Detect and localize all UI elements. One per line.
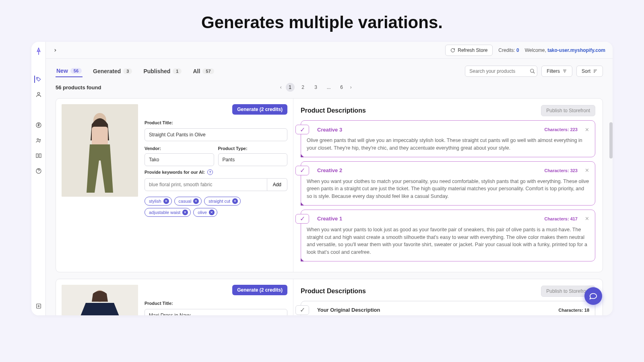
- page-1[interactable]: 1: [286, 83, 295, 92]
- close-icon[interactable]: ✕: [585, 216, 589, 222]
- char-count: Characters: 223: [544, 127, 578, 132]
- creative-title: Creative 2: [317, 167, 342, 173]
- chat-icon[interactable]: [584, 287, 602, 305]
- product-title-label: Product Title:: [144, 301, 287, 306]
- vendor-input[interactable]: [144, 153, 214, 166]
- close-icon[interactable]: ✕: [585, 127, 589, 133]
- search-icon[interactable]: [530, 68, 535, 74]
- creative-card[interactable]: ✓Creative 1Characters: 417✕When you want…: [301, 210, 595, 261]
- sidebar: [31, 42, 46, 315]
- nav-dollar-icon[interactable]: [35, 121, 42, 129]
- welcome-text: Welcome, tako-user.myshopify.com: [525, 47, 605, 53]
- creative-body: When you want your clothes to match your…: [307, 178, 589, 200]
- product-image: [62, 104, 138, 197]
- generate-button[interactable]: Generate (2 credits): [232, 104, 287, 115]
- product-descriptions-title: Product Descriptions: [301, 107, 366, 114]
- product-descriptions-title: Product Descriptions: [301, 288, 366, 295]
- tag-casual: casual✕: [174, 197, 202, 206]
- search-input-container[interactable]: [465, 66, 537, 77]
- tab-all[interactable]: All57: [192, 65, 215, 77]
- remove-tag-icon[interactable]: ✕: [209, 210, 215, 215]
- product-card: Generate (2 credits) Product Title: Vend…: [56, 98, 603, 272]
- svg-point-1: [37, 93, 39, 95]
- sort-button[interactable]: Sort: [576, 66, 603, 77]
- page-2[interactable]: 2: [299, 83, 308, 92]
- svg-point-4: [39, 139, 41, 140]
- nav-book-icon[interactable]: [35, 152, 42, 159]
- type-label: Product Type:: [218, 146, 248, 151]
- creative-title: Your Original Description: [317, 307, 380, 313]
- check-icon[interactable]: ✓: [295, 125, 309, 134]
- nav-help-icon[interactable]: [35, 167, 42, 175]
- creative-title: Creative 3: [317, 127, 342, 133]
- product-card: Generate (2 credits) Product Title: Vend…: [56, 279, 603, 315]
- expand-icon[interactable]: [53, 48, 57, 52]
- add-keyword-button[interactable]: Add: [267, 178, 287, 191]
- tab-generated[interactable]: Generated3: [92, 65, 133, 77]
- page-next[interactable]: ›: [350, 84, 352, 90]
- publish-button[interactable]: Publish to Storefront: [541, 105, 595, 116]
- tabs-row: New56Generated3Published1All57 Filters S…: [56, 65, 603, 77]
- keywords-label: Provide keywords for our AI:: [144, 170, 205, 175]
- remove-tag-icon[interactable]: ✕: [232, 198, 238, 204]
- creative-card[interactable]: ✓Creative 2Characters: 323✕When you want…: [301, 161, 595, 206]
- search-input[interactable]: [469, 68, 530, 74]
- creative-body: Olive green pants that will give you an …: [307, 137, 589, 152]
- char-count: Characters: 417: [544, 216, 578, 221]
- vendor-label: Vendor:: [144, 146, 161, 151]
- char-count: Characters: 323: [544, 168, 578, 173]
- nav-tag-icon[interactable]: [34, 76, 41, 83]
- scrollbar[interactable]: [609, 122, 613, 158]
- tab-published[interactable]: Published1: [142, 65, 182, 77]
- tab-new[interactable]: New56: [56, 65, 83, 77]
- product-image: [62, 285, 138, 315]
- page-3[interactable]: 3: [312, 83, 320, 92]
- check-icon[interactable]: ✓: [295, 166, 309, 175]
- remove-tag-icon[interactable]: ✕: [182, 210, 188, 215]
- page-prev[interactable]: ‹: [280, 84, 282, 90]
- product-title-input[interactable]: [144, 309, 287, 315]
- original-description[interactable]: ✓ Your Original Description Characters: …: [301, 301, 595, 315]
- refresh-store-button[interactable]: Refresh Store: [445, 45, 493, 56]
- svg-point-3: [37, 138, 39, 140]
- generate-button[interactable]: Generate (2 credits): [232, 285, 287, 295]
- topbar: Refresh Store Credits: 0 Welcome, tako-u…: [46, 42, 613, 59]
- check-icon[interactable]: ✓: [295, 305, 309, 315]
- product-title-label: Product Title:: [144, 120, 287, 125]
- content-area: New56Generated3Published1All57 Filters S…: [46, 59, 613, 315]
- nav-compose-icon[interactable]: [35, 302, 42, 310]
- page-6[interactable]: 6: [337, 83, 346, 92]
- svg-point-7: [530, 69, 534, 72]
- creative-title: Creative 1: [317, 216, 342, 222]
- svg-point-0: [37, 78, 37, 78]
- pagination: ‹ 123...6 ›: [280, 83, 352, 92]
- tag-olive: olive✕: [193, 208, 217, 217]
- tag-adjustable-waist: adjustable waist✕: [144, 208, 191, 217]
- product-title-input[interactable]: [144, 128, 287, 141]
- creative-body: When you want your pants to look just as…: [307, 226, 589, 256]
- page-title: Generates multiple variations.: [0, 0, 644, 42]
- tag-straight-cut: straight cut✕: [204, 197, 241, 206]
- svg-rect-10: [92, 127, 108, 146]
- results-count: 56 products found: [56, 84, 101, 90]
- char-count: Characters: 18: [559, 308, 589, 313]
- nav-team-icon[interactable]: [35, 137, 42, 144]
- tag-stylish: stylish✕: [144, 197, 172, 206]
- app-window: Refresh Store Credits: 0 Welcome, tako-u…: [31, 42, 613, 315]
- page-...: ...: [324, 83, 333, 92]
- remove-tag-icon[interactable]: ✕: [163, 198, 169, 204]
- help-icon[interactable]: ?: [207, 169, 213, 175]
- filters-button[interactable]: Filters: [541, 66, 572, 77]
- remove-tag-icon[interactable]: ✕: [193, 198, 199, 204]
- user-link[interactable]: tako-user.myshopify.com: [547, 47, 605, 53]
- nav-user-icon[interactable]: [35, 91, 42, 98]
- tags-container: stylish✕casual✕straight cut✕adjustable w…: [144, 197, 287, 217]
- check-icon[interactable]: ✓: [295, 214, 309, 224]
- keywords-input[interactable]: [144, 178, 267, 191]
- logo-icon: [35, 47, 43, 56]
- creative-card[interactable]: ✓Creative 3Characters: 223✕Olive green p…: [301, 120, 595, 157]
- main-column: Refresh Store Credits: 0 Welcome, tako-u…: [46, 42, 613, 315]
- close-icon[interactable]: ✕: [585, 167, 589, 173]
- type-input[interactable]: [218, 153, 288, 166]
- credits-text: Credits: 0: [498, 47, 519, 53]
